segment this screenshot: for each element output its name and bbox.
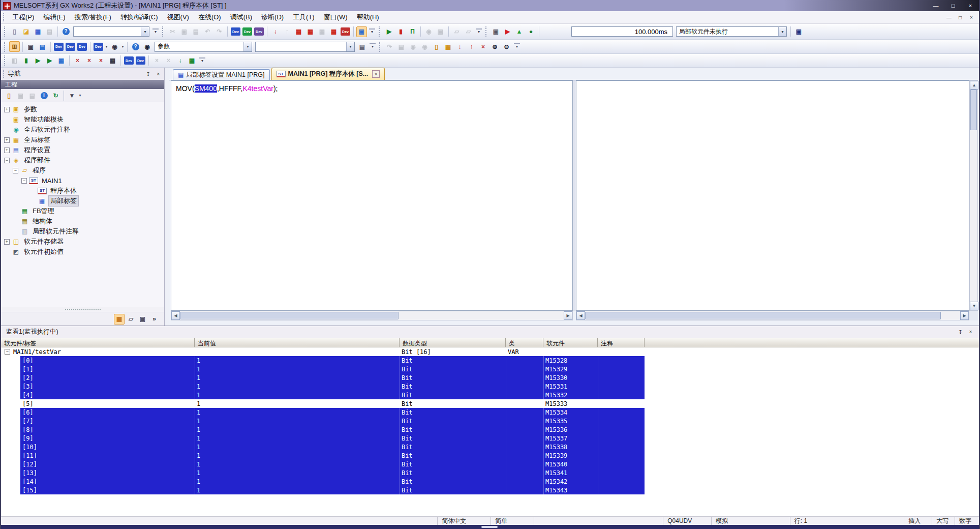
row-expander-icon[interactable]: − [5,349,10,355]
watch-row-16[interactable]: [15]1BitM15343 [1,486,979,494]
sort-filter-icon[interactable]: ▼ [67,90,77,101]
horizontal-scrollbar-right[interactable]: ◀ ▶ [576,311,969,320]
menu-item-0[interactable]: 工程(P) [8,11,39,23]
start-simulation-icon[interactable]: ▶ [502,26,513,37]
forced-input-cancel-icon[interactable]: × [72,55,83,66]
watch-row-8[interactable]: [7]1BitM15335 [1,417,979,425]
scrollbar-thumb[interactable] [585,312,941,319]
navigation-grip[interactable] [3,70,6,78]
menu-item-1[interactable]: 编辑(E) [39,11,70,23]
break-list-icon[interactable]: ▦ [56,55,67,66]
toolbar-grip[interactable] [379,42,382,52]
close-icon[interactable]: × [154,70,163,78]
ladder-find-1-icon[interactable]: ◉ [408,41,418,52]
statement-insert-icon[interactable]: ▯ [431,41,442,52]
scrollbar-track[interactable] [585,311,960,320]
scroll-right-icon[interactable]: ▶ [960,311,969,320]
toolbar-overflow-button[interactable]: ▾ [199,57,205,64]
watch-stop-icon[interactable]: ▱ [463,26,474,37]
tree-expander-icon[interactable]: + [4,148,10,153]
tree-expander-icon[interactable]: − [4,158,10,163]
function-block-selection-icon[interactable]: ▣ [25,41,36,52]
menu-item-9[interactable]: 窗口(W) [319,11,352,23]
view-connection-destination-icon[interactable]: ▣ [137,314,148,325]
watch-row-11[interactable]: [10]1BitM15338 [1,443,979,451]
monitor-stop-icon[interactable]: ▮ [395,26,406,37]
menubar-grip[interactable] [3,13,6,22]
monitor-mode-icon[interactable]: ▣ [356,26,367,37]
minimize-button[interactable]: — [927,0,944,11]
watch-row-3[interactable]: [2]1BitM15330 [1,373,979,382]
more-views-icon[interactable]: » [149,314,160,325]
watch-row-13[interactable]: [12]1BitM15340 [1,460,979,468]
device-display-format-dropdown-icon[interactable]: ▾ [104,44,109,49]
monitor-pulse-icon[interactable]: Π [407,26,418,37]
note-insert-icon[interactable]: ▦ [443,41,453,52]
print-preview-icon[interactable]: ▤ [357,41,368,52]
paste-data-icon[interactable]: ▤ [27,90,38,101]
code-line[interactable]: MOV(SM400,HFFFF,K4testVar); [171,81,572,93]
cut-icon[interactable]: ✂ [167,26,178,37]
undo-icon[interactable]: ↶ [202,26,213,37]
line-statement-down-icon[interactable]: ↓ [454,41,465,52]
condition-cancel-1-icon[interactable]: × [151,55,162,66]
watch-window-icon[interactable]: ▣ [793,26,804,37]
step-pause-icon[interactable]: ▮ [21,55,32,66]
watch-row-6[interactable]: [5]1BitM15333 [1,399,979,408]
watch-row-14[interactable]: [13]1BitM15341 [1,468,979,477]
scroll-right-icon[interactable]: ▶ [564,311,572,320]
pin-icon[interactable]: ↧ [144,70,152,78]
watch-column-0[interactable]: 软元件/标签 [1,338,195,347]
watch-column-1[interactable]: 当前值 [195,338,400,347]
menu-item-7[interactable]: 诊断(D) [257,11,288,23]
watch-row-12[interactable]: [11]1BitM15339 [1,451,979,460]
sidebar-item-program-body[interactable]: ST程序本体 [1,186,164,196]
device-exec-combo[interactable]: 局部软元件未执行▾ [676,26,787,37]
output-window-icon[interactable]: ▤ [37,41,48,52]
toolbar-grip[interactable] [379,26,381,37]
timer-change-cancel-icon[interactable]: × [96,55,106,66]
watch-column-3[interactable]: 类 [506,338,543,347]
toolbar-overflow-button[interactable]: ▾ [514,43,520,50]
sidebar-item-local-device-comment[interactable]: ▥局部软元件注释 [1,226,164,237]
save-project-icon[interactable]: ▦ [33,26,43,37]
menu-item-3[interactable]: 转换/编译(C) [116,11,163,23]
sidebar-item-device-initial-value[interactable]: ◩软元件初始值 [1,247,164,257]
scroll-down-icon[interactable]: ▼ [970,302,978,310]
find-target-combo-dropdown-icon[interactable]: ▾ [346,42,354,51]
scroll-left-icon[interactable]: ◀ [171,311,180,320]
watch-row-1[interactable]: [0]1BitM15328 [1,356,979,365]
watch-row-15[interactable]: [14]1BitM15342 [1,477,979,486]
toolbar-grip[interactable] [162,26,165,37]
device-test-list-icon[interactable]: Dev [136,56,145,65]
scrollbar-track[interactable] [180,311,564,320]
sidebar-item-parameter[interactable]: +▣参数 [1,104,164,114]
st-editor-pane[interactable]: MOV(SM400,HFFFF,K4testVar); [171,80,573,311]
find-target-combo[interactable]: ▾ [255,42,355,52]
navigation-window-toggle-icon[interactable]: ⊞ [9,41,20,52]
tree-expander-icon[interactable]: + [4,107,10,112]
new-project-icon[interactable]: ▯ [9,26,20,37]
watch-column-4[interactable]: 软元件 [543,338,598,347]
sort-filter-dropdown-icon[interactable]: ▾ [78,93,82,98]
print-icon[interactable]: ▤ [44,26,55,37]
sidebar-item-main1[interactable]: −STMAIN1 [1,175,164,186]
sidebar-item-fb-management[interactable]: ▦FB管理 [1,206,164,216]
horizontal-scrollbar-left[interactable]: ◀ ▶ [171,311,573,320]
open-project-icon[interactable]: ◪ [21,26,32,37]
watch-column-5[interactable]: 注释 [598,338,645,347]
scrollbar-thumb[interactable] [970,90,977,130]
watch-row-2[interactable]: [1]1BitM15329 [1,365,979,373]
tree-expander-icon[interactable]: − [13,168,18,173]
tree-expander-icon[interactable]: + [4,239,10,245]
write-to-plc-icon[interactable]: ↓ [270,26,281,37]
vertical-scrollbar[interactable]: ▲ ▼ [969,80,978,311]
project-combo[interactable]: ▾ [73,26,149,37]
menu-item-5[interactable]: 在线(O) [194,11,226,23]
toolbar-grip[interactable] [4,42,7,52]
device-batch-monitor-icon[interactable]: ▦ [293,26,304,37]
project-combo-dropdown-icon[interactable]: ▾ [141,27,149,36]
device-search-2-icon[interactable]: ▣ [435,26,446,37]
tree-expander-icon[interactable]: − [21,178,27,184]
new-data-icon[interactable]: ▯ [4,90,14,101]
